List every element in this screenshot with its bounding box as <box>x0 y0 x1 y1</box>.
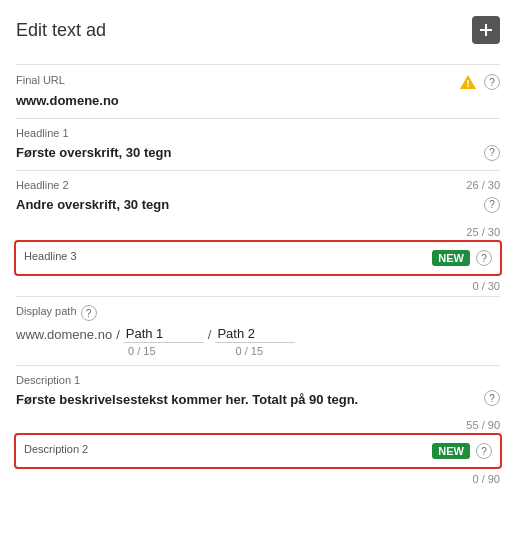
warning-icon[interactable] <box>458 73 478 91</box>
headline3-label: Headline 3 <box>24 250 77 262</box>
path1-count: 0 / 15 <box>128 345 156 357</box>
description1-char-count: 55 / 90 <box>16 419 500 431</box>
display-path-label: Display path <box>16 305 77 317</box>
description1-label: Description 1 <box>16 374 80 386</box>
description2-new-badge: NEW <box>432 443 470 459</box>
final-url-section: Final URL ? www.domene.no <box>16 64 500 118</box>
headline3-new-badge: NEW <box>432 250 470 266</box>
headline2-char-count: 26 / 30 <box>466 179 500 191</box>
page-title: Edit text ad <box>16 20 106 41</box>
display-path-help-icon[interactable]: ? <box>81 305 97 321</box>
headline2-label: Headline 2 <box>16 179 69 191</box>
display-path-base: www.domene.no <box>16 327 112 342</box>
add-icon-button[interactable] <box>472 16 500 44</box>
path1-input[interactable] <box>124 325 204 343</box>
headline1-section: Headline 1 Første overskrift, 30 tegn ? <box>16 118 500 170</box>
display-path-section: Display path ? www.domene.no / / 0 / 15 … <box>16 296 500 365</box>
description1-value: Første beskrivelsestekst kommer her. Tot… <box>16 392 358 407</box>
headline3-section: Headline 3 NEW ? <box>14 240 502 276</box>
description2-section: Description 2 NEW ? <box>14 433 502 469</box>
final-url-label: Final URL <box>16 74 65 86</box>
headline2-help-icon[interactable]: ? <box>484 197 500 213</box>
headline1-value: Første overskrift, 30 tegn <box>16 143 171 162</box>
headline1-label: Headline 1 <box>16 127 69 139</box>
description1-section: Description 1 Første beskrivelsestekst k… <box>16 365 500 415</box>
path-slash-2: / <box>208 327 212 342</box>
description1-help-icon[interactable]: ? <box>484 390 500 406</box>
final-url-help-icon[interactable]: ? <box>484 74 500 90</box>
path-slash-1: / <box>116 327 120 342</box>
description2-help-icon[interactable]: ? <box>476 443 492 459</box>
description2-char-count: 0 / 90 <box>16 473 500 485</box>
description2-label: Description 2 <box>24 443 88 455</box>
headline2-section: Headline 2 26 / 30 Andre overskrift, 30 … <box>16 170 500 222</box>
headline3-char-count: 0 / 30 <box>16 280 500 292</box>
path2-input[interactable] <box>215 325 295 343</box>
headline1-help-icon[interactable]: ? <box>484 145 500 161</box>
headline3-help-icon[interactable]: ? <box>476 250 492 266</box>
headline2-char-count2: 25 / 30 <box>16 226 500 238</box>
final-url-value: www.domene.no <box>16 91 500 110</box>
path2-count: 0 / 15 <box>236 345 264 357</box>
headline2-value: Andre overskrift, 30 tegn <box>16 195 169 214</box>
